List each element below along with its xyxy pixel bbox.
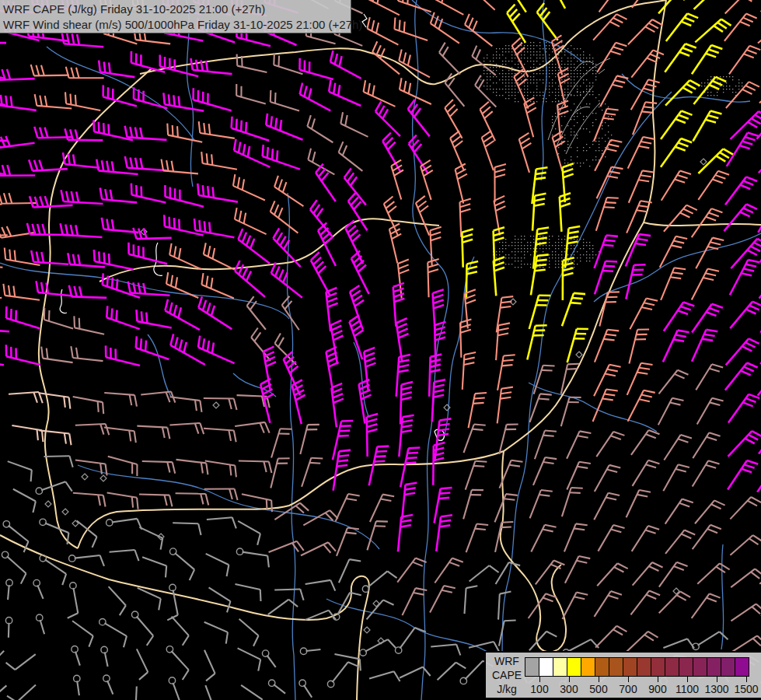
barb-feather [79,286,82,297]
barb-feather [567,242,578,243]
stipple-dot [552,70,553,71]
barb-feather [264,461,266,472]
barb-feather [641,394,652,397]
barb-staff [205,685,215,700]
stipple-dot [490,67,490,68]
barb-feather [681,306,691,310]
barb-feather [536,167,548,169]
stipple-dot [493,58,494,58]
stipple-dot [704,86,705,86]
barb-feather [494,170,505,173]
barb-feather [204,221,205,232]
barb-feather [638,180,649,181]
stipple-dot [518,239,518,240]
barb-staff [662,171,680,201]
barb-feather [670,277,681,278]
wind-barb [436,515,452,551]
barb-feather [89,636,93,647]
barb-feather [683,303,694,306]
barb-feather [382,495,394,497]
stipple-dot [605,122,606,123]
stipple-dot [552,236,553,236]
stipple-dot [561,64,562,65]
barb-staff [238,521,260,534]
stipple-dot [555,257,556,258]
wind-barb [72,621,93,646]
station-circle [360,649,366,656]
wind-barb [0,69,35,80]
barb-feather [434,305,444,308]
barb-feather [715,175,725,179]
barb-feather [442,0,444,3]
stipple-dot [508,73,509,74]
wind-barb [438,663,466,681]
barb-feather [372,20,374,31]
barb-feather [234,398,237,410]
stipple-dot [527,95,528,96]
stipple-dot [549,92,550,93]
barb-staff [271,212,298,233]
barb-feather [347,173,354,181]
barb-feather [246,236,250,246]
stipple-dot [704,82,705,83]
barb-feather [323,544,330,553]
stipple-dot [552,79,553,80]
stipple-dot [511,61,512,61]
stipple-dot [530,58,531,58]
stipple-dot [539,245,540,246]
wind-barb [131,184,166,203]
barb-feather [723,149,733,155]
barb-feather [333,331,343,335]
barb-feather [680,212,690,217]
barb-feather [211,306,215,316]
stipple-dot [580,257,581,258]
barb-staff [175,553,194,569]
barb-feather [267,499,267,510]
barb-feather [103,495,106,507]
stipple-dot [518,242,518,243]
barb-feather [241,121,242,131]
barb-feather [351,320,361,327]
diamond-symbol [213,402,219,408]
barb-staff [600,75,616,107]
stipple-dot [592,94,593,95]
barb-staff [137,617,154,636]
stipple-dot [586,79,587,80]
wind-barb [142,461,175,474]
stipple-dot [583,239,584,240]
wind-barb [400,667,431,678]
barb-feather [208,186,208,197]
wind-barb [692,208,723,237]
wind-barb [698,149,733,173]
wind-barb [169,677,182,700]
barb-feather [9,250,10,261]
barb-feather [474,425,486,425]
stipple-dot [732,76,733,77]
stipple-dot [564,163,565,163]
barb-feather [745,398,756,402]
stipple-dot [564,82,565,83]
barb-feather [464,352,476,355]
wind-barb [0,164,35,175]
barb-staff [299,70,333,79]
wind-barb [75,460,107,475]
barb-feather [678,439,688,442]
wind-barb [201,273,233,298]
station-circle [169,677,175,684]
barb-feather [743,208,753,213]
barb-feather [354,201,361,209]
barb-feather [76,348,78,359]
stipple-dot [533,76,534,77]
stipple-dot [592,125,593,126]
barb-feather [637,210,648,212]
stipple-dot [583,61,584,61]
legend-color-box [651,657,665,677]
barb-feather [106,306,107,317]
barb-feather [398,260,409,264]
stipple-dot [577,48,578,49]
stipple-dot [521,251,522,252]
barb-feather [234,139,236,151]
stipple-dot [592,144,593,145]
barb-feather [42,430,44,442]
barb-feather [709,369,719,372]
